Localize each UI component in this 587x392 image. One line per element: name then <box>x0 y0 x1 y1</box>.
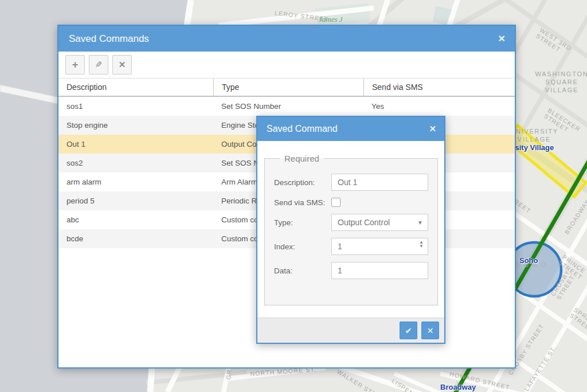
description-row: Description: <box>274 174 428 191</box>
column-header-description[interactable]: Description <box>58 79 213 96</box>
column-header-sms[interactable]: Send via SMS <box>363 79 515 96</box>
index-input[interactable] <box>331 238 428 255</box>
map-viewport[interactable]: LEROY STREET James J WEST 3RD STREET WAS… <box>0 0 587 392</box>
map-park-label: James J <box>319 15 343 24</box>
index-label: Index: <box>274 242 331 251</box>
chevron-down-icon: ▼ <box>417 219 423 226</box>
table-row[interactable]: sos1 Set SOS Number Yes <box>58 97 515 116</box>
cancel-button[interactable]: ✕ <box>421 322 439 339</box>
spinner-down-icon[interactable]: ▼ <box>419 244 424 248</box>
saved-command-dialog: Saved Command ✕ Required Description: Se… <box>256 116 445 344</box>
map-street-label: GR <box>225 369 233 380</box>
cell-description: Out 1 <box>58 140 213 148</box>
cell-type: Set SOS Number <box>213 102 363 111</box>
saved-commands-title: Saved Commands <box>69 33 498 45</box>
cell-description: abc <box>58 215 213 224</box>
x-icon: ✕ <box>119 60 126 70</box>
delete-command-button[interactable]: ✕ <box>112 55 132 75</box>
saved-command-form: Required Description: Send via SMS: Type… <box>257 141 444 343</box>
data-input[interactable] <box>331 262 428 279</box>
saved-commands-titlebar[interactable]: Saved Commands ✕ <box>58 26 515 52</box>
commands-table-header: Description Type Send via SMS <box>58 78 515 97</box>
type-select-value: Output Control <box>338 218 390 227</box>
edit-command-button[interactable]: ✎ <box>89 55 108 75</box>
map-poi-label-soho[interactable]: Soho <box>519 256 538 265</box>
add-command-button[interactable]: + <box>65 55 85 75</box>
close-icon[interactable]: ✕ <box>498 33 506 44</box>
description-input[interactable] <box>331 174 428 191</box>
sms-label: Send via SMS: <box>274 198 331 207</box>
description-label: Description: <box>274 178 331 187</box>
saved-command-footer: ✔ ✕ <box>257 317 444 343</box>
required-fieldset: Required Description: Send via SMS: Type… <box>264 154 438 305</box>
map-poi-label-broadway[interactable]: Broadway <box>440 383 476 391</box>
plus-icon: + <box>72 59 79 71</box>
x-icon: ✕ <box>427 326 434 335</box>
index-row: Index: ▲ ▼ <box>274 238 428 255</box>
cell-description: arm alarm <box>58 178 213 186</box>
cell-description: sos2 <box>58 159 213 167</box>
saved-command-title: Saved Command <box>267 124 429 134</box>
sms-checkbox[interactable] <box>331 198 341 207</box>
type-row: Type: Output Control ▼ <box>274 214 428 231</box>
cell-description: period 5 <box>58 197 213 205</box>
cell-description: bcde <box>58 234 213 243</box>
cell-description: Stop engine <box>58 121 213 130</box>
check-icon: ✔ <box>405 326 412 335</box>
cell-description: sos1 <box>58 102 213 111</box>
required-legend: Required <box>280 154 324 163</box>
ok-button[interactable]: ✔ <box>400 322 417 339</box>
type-select[interactable]: Output Control ▼ <box>331 214 428 231</box>
data-label: Data: <box>274 266 331 275</box>
data-row: Data: <box>274 262 428 279</box>
pencil-icon: ✎ <box>95 60 103 70</box>
map-area-label: WASHINGTON SQUARE VILLAGE <box>527 70 587 94</box>
commands-toolbar: + ✎ ✕ <box>58 52 515 78</box>
close-icon[interactable]: ✕ <box>429 124 436 134</box>
cell-sms: Yes <box>363 102 515 111</box>
saved-command-titlebar[interactable]: Saved Command ✕ <box>257 117 444 141</box>
sms-row: Send via SMS: <box>274 198 428 207</box>
type-label: Type: <box>274 218 331 227</box>
column-header-type[interactable]: Type <box>213 79 363 96</box>
